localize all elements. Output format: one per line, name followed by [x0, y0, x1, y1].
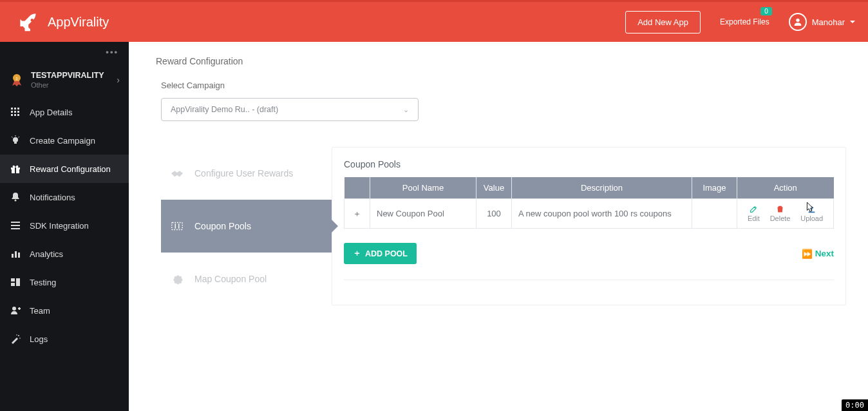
topbar-right: Add New App 0 Exported Files Manohar: [625, 11, 855, 33]
sidebar-item-notifications[interactable]: Notifications: [0, 183, 129, 211]
svg-rect-5: [14, 108, 16, 110]
sidebar-item-team[interactable]: Team: [0, 296, 129, 325]
sidebar-item-app-details[interactable]: App Details: [0, 98, 129, 126]
action-label: Delete: [770, 215, 791, 222]
sidebar-item-analytics[interactable]: Analytics: [0, 240, 129, 268]
chart-icon: [10, 249, 21, 259]
delete-button[interactable]: Delete: [770, 205, 791, 222]
cell-description: A new coupon pool worth 100 rs coupons: [512, 199, 692, 229]
svg-rect-27: [18, 253, 20, 258]
user-name-label: Manohar: [812, 17, 845, 27]
row-expand-button[interactable]: ＋: [344, 199, 370, 229]
cell-value: 100: [476, 199, 512, 229]
svg-rect-12: [17, 114, 19, 116]
trash-icon: [776, 205, 784, 213]
coupon-pools-table: Pool Name Value Description Image Action…: [344, 177, 834, 229]
exported-files-link[interactable]: 0 Exported Files: [720, 17, 769, 26]
campaign-label: Select Campaign: [161, 81, 868, 90]
user-add-icon: [10, 305, 21, 316]
list-icon: [10, 220, 21, 231]
svg-text:3: 3: [16, 77, 18, 81]
svg-point-34: [16, 334, 17, 336]
add-new-app-button[interactable]: Add New App: [625, 11, 701, 33]
campaign-select[interactable]: AppVirality Demo Ru.. - (draft) ⌄: [161, 98, 419, 121]
time-badge: 0:00: [842, 399, 868, 411]
coupon-pools-panel: Coupon Pools Pool Name Value Description…: [332, 147, 846, 305]
step-configure-user-rewards[interactable]: Configure User Rewards: [161, 147, 332, 200]
svg-line-16: [12, 137, 13, 138]
sidebar-item-label: Create Campaign: [30, 136, 95, 146]
svg-rect-10: [11, 114, 13, 116]
rocket-icon: [19, 11, 41, 33]
brand-logo[interactable]: AppVirality: [19, 11, 109, 33]
svg-point-31: [12, 307, 16, 311]
step-label: Map Coupon Pool: [194, 274, 267, 284]
svg-rect-11: [14, 114, 16, 116]
sidebar-item-label: Team: [30, 306, 50, 316]
divider: [344, 280, 834, 280]
step-label: Configure User Rewards: [194, 168, 293, 178]
sidebar-item-create-campaign[interactable]: Create Campaign: [0, 126, 129, 155]
grid-icon: [10, 107, 21, 117]
sidebar-item-logs[interactable]: Logs: [0, 325, 129, 353]
chevron-down-icon: ⌄: [403, 106, 409, 114]
lightbulb-icon: [10, 135, 21, 146]
svg-rect-23: [11, 225, 20, 226]
table-header-action: Action: [737, 177, 834, 199]
sidebar-item-reward-configuration[interactable]: Reward Configuration: [0, 155, 129, 183]
svg-point-33: [19, 338, 21, 339]
svg-point-32: [18, 335, 19, 336]
forward-icon: ⏩: [802, 249, 813, 259]
svg-point-21: [15, 200, 17, 202]
svg-rect-30: [11, 283, 15, 286]
topbar: AppVirality Add New App 0 Exported Files…: [0, 0, 868, 42]
step-map-coupon-pool[interactable]: Map Coupon Pool: [161, 253, 332, 305]
sidebar-item-label: SDK Integration: [30, 221, 89, 231]
step-label: Coupon Pools: [194, 221, 251, 231]
gift-icon: [10, 164, 21, 174]
svg-point-13: [13, 137, 18, 142]
table-row: ＋ New Coupon Pool 100 A new coupon pool …: [344, 199, 834, 229]
app-selector[interactable]: 3 TESTAPPVIRALITY Other ›: [0, 62, 129, 98]
table-header-description: Description: [512, 177, 692, 199]
upload-button[interactable]: Upload: [800, 205, 823, 222]
next-link[interactable]: ⏩ Next: [802, 249, 834, 259]
edit-icon: [750, 205, 758, 213]
bell-icon: [10, 192, 21, 202]
cell-pool-name: New Coupon Pool: [370, 199, 476, 229]
exported-files-label: Exported Files: [720, 17, 769, 26]
sidebar-item-label: Testing: [30, 278, 56, 287]
sidebar-item-sdk-integration[interactable]: SDK Integration: [0, 211, 129, 240]
svg-point-0: [31, 19, 34, 22]
plus-icon: ＋: [353, 209, 361, 218]
sidebar-item-label: Analytics: [30, 249, 63, 259]
page-title: Reward Configuration: [129, 42, 868, 66]
svg-rect-20: [15, 167, 16, 173]
svg-point-1: [796, 19, 799, 22]
svg-rect-25: [12, 254, 14, 258]
cell-action: Edit Delete Upload: [737, 199, 834, 229]
user-menu[interactable]: Manohar: [789, 13, 855, 31]
svg-rect-24: [11, 228, 20, 229]
svg-rect-28: [11, 278, 15, 282]
avatar-icon: [789, 13, 807, 31]
app-selector-subtitle: Other: [31, 81, 104, 89]
edit-button[interactable]: Edit: [748, 205, 760, 222]
svg-line-17: [19, 137, 20, 138]
svg-rect-9: [17, 111, 19, 113]
table-header-value: Value: [476, 177, 512, 199]
svg-rect-26: [15, 251, 17, 258]
sidebar-item-testing[interactable]: Testing: [0, 268, 129, 296]
table-header-blank: [344, 177, 370, 199]
add-pool-label: ADD POOL: [365, 249, 408, 258]
add-pool-button[interactable]: ＋ ADD POOL: [344, 243, 417, 264]
brand-name: AppVirality: [48, 15, 109, 30]
svg-rect-14: [14, 142, 17, 144]
svg-rect-6: [17, 108, 19, 110]
gear-icon: [170, 272, 184, 286]
sidebar-collapse-icon[interactable]: •••: [0, 42, 129, 62]
step-coupon-pools[interactable]: Coupon Pools: [161, 200, 332, 253]
svg-rect-29: [16, 278, 20, 286]
svg-rect-22: [11, 222, 20, 223]
svg-rect-35: [172, 223, 183, 230]
